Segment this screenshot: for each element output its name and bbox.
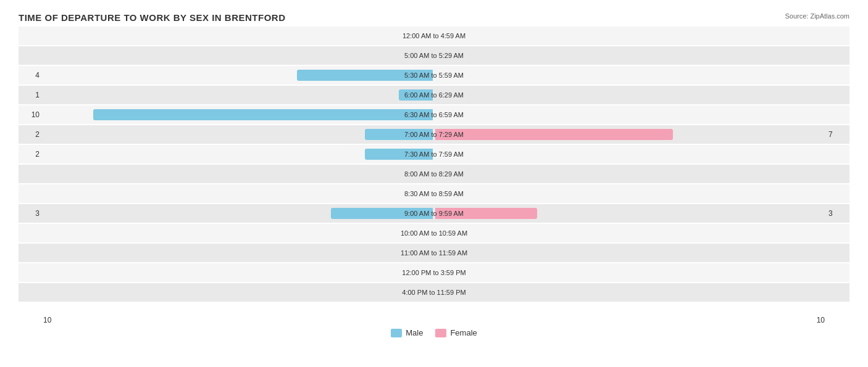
axis-labels: 10 10	[19, 316, 849, 324]
left-value: 1	[19, 91, 43, 99]
female-bar	[435, 129, 673, 140]
male-bar	[365, 149, 433, 160]
bars-wrapper: 9:00 AM to 9:59 AM	[43, 204, 825, 223]
right-value: 3	[825, 209, 849, 218]
bars-wrapper: 6:30 AM to 6:59 AM	[43, 105, 825, 124]
bars-wrapper: 10:00 AM to 10:59 AM	[43, 224, 825, 242]
female-bar-area	[434, 188, 825, 200]
male-bar-area	[43, 69, 434, 81]
legend-female-icon	[435, 329, 446, 337]
male-bar	[399, 89, 433, 101]
male-bar-area	[43, 188, 434, 200]
legend-male-label: Male	[406, 328, 423, 337]
bars-wrapper: 11:00 AM to 11:59 AM	[43, 244, 825, 262]
male-bar-area	[43, 227, 434, 239]
legend-female-label: Female	[450, 328, 477, 337]
bars-wrapper: 5:00 AM to 5:29 AM	[43, 46, 825, 65]
table-row: 3 9:00 AM to 9:59 AM 3	[19, 204, 849, 223]
axis-right: 10	[817, 316, 825, 324]
bars-wrapper: 7:00 AM to 7:29 AM	[43, 125, 825, 144]
male-bar	[297, 70, 433, 81]
chart-title: TIME OF DEPARTURE TO WORK BY SEX IN BREN…	[19, 12, 849, 23]
female-bar-area	[434, 227, 825, 239]
male-bar	[331, 208, 433, 219]
left-value: 2	[19, 150, 43, 159]
male-bar-area	[43, 247, 434, 259]
female-bar-area	[434, 286, 825, 299]
male-bar-area	[43, 49, 434, 62]
legend-female: Female	[435, 328, 477, 337]
legend-male: Male	[391, 328, 423, 337]
female-bar-area	[434, 148, 825, 160]
bars-wrapper: 12:00 PM to 3:59 PM	[43, 263, 825, 282]
male-bar	[93, 109, 433, 120]
male-bar-area	[43, 148, 434, 160]
female-bar-area	[434, 247, 825, 259]
left-value: 2	[19, 130, 43, 139]
female-bar-area	[434, 49, 825, 62]
female-bar-area	[434, 128, 825, 141]
female-bar-area	[434, 89, 825, 101]
table-row: 11:00 AM to 11:59 AM	[19, 244, 849, 262]
chart-container: TIME OF DEPARTURE TO WORK BY SEX IN BREN…	[0, 0, 868, 367]
male-bar-area	[43, 128, 434, 141]
bars-wrapper: 8:30 AM to 8:59 AM	[43, 184, 825, 203]
left-value: 3	[19, 209, 43, 218]
left-value: 4	[19, 71, 43, 80]
bars-wrapper: 5:30 AM to 5:59 AM	[43, 66, 825, 85]
axis-left: 10	[43, 316, 51, 324]
bars-wrapper: 8:00 AM to 8:29 AM	[43, 165, 825, 183]
table-row: 10:00 AM to 10:59 AM	[19, 224, 849, 242]
male-bar-area	[43, 207, 434, 220]
bars-wrapper: 7:30 AM to 7:59 AM	[43, 145, 825, 163]
table-row: 12:00 AM to 4:59 AM	[19, 27, 849, 45]
table-row: 12:00 PM to 3:59 PM	[19, 263, 849, 282]
table-row: 1 6:00 AM to 6:29 AM	[19, 86, 849, 104]
table-row: 5:00 AM to 5:29 AM	[19, 46, 849, 65]
bars-wrapper: 4:00 PM to 11:59 PM	[43, 283, 825, 302]
female-bar-area	[434, 168, 825, 180]
right-value: 7	[825, 130, 849, 139]
female-bar-area	[434, 69, 825, 81]
female-bar-area	[434, 30, 825, 42]
female-bar-area	[434, 207, 825, 220]
male-bar-area	[43, 266, 434, 279]
table-row: 4:00 PM to 11:59 PM	[19, 283, 849, 302]
female-bar-area	[434, 109, 825, 121]
female-bar	[435, 208, 537, 219]
male-bar-area	[43, 89, 434, 101]
table-row: 8:30 AM to 8:59 AM	[19, 184, 849, 203]
table-row: 10 6:30 AM to 6:59 AM	[19, 105, 849, 124]
table-row: 8:00 AM to 8:29 AM	[19, 165, 849, 183]
legend-male-icon	[391, 329, 402, 337]
female-bar-area	[434, 266, 825, 279]
table-row: 2 7:30 AM to 7:59 AM	[19, 145, 849, 163]
male-bar-area	[43, 109, 434, 121]
table-row: 2 7:00 AM to 7:29 AM 7	[19, 125, 849, 144]
source-text: Source: ZipAtlas.com	[785, 12, 849, 20]
bars-wrapper: 6:00 AM to 6:29 AM	[43, 86, 825, 104]
male-bar-area	[43, 30, 434, 42]
left-value: 10	[19, 110, 43, 119]
bars-wrapper: 12:00 AM to 4:59 AM	[43, 27, 825, 45]
male-bar	[365, 129, 433, 140]
chart-area: 12:00 AM to 4:59 AM 5:00 AM to 5:29 AM 4	[19, 27, 849, 313]
legend: Male Female	[19, 328, 849, 337]
table-row: 4 5:30 AM to 5:59 AM	[19, 66, 849, 85]
male-bar-area	[43, 286, 434, 299]
male-bar-area	[43, 168, 434, 180]
